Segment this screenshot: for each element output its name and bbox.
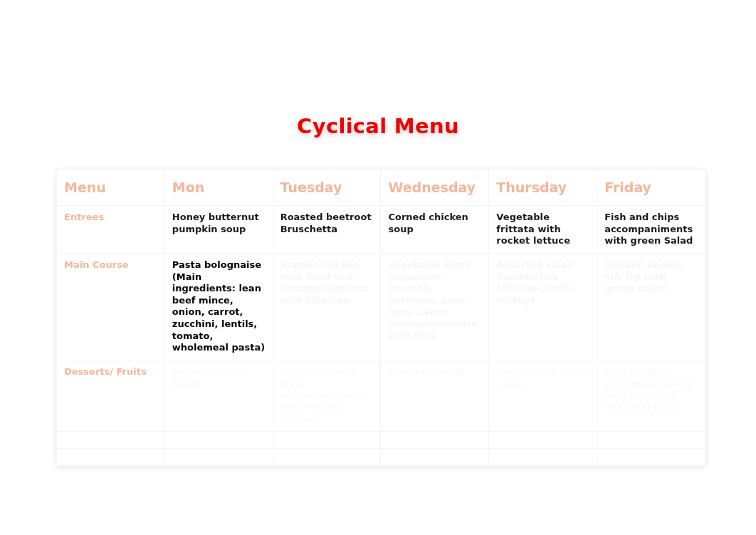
cell-empty [381,449,489,466]
menu-table: Menu Mon Tuesday Wednesday Thursday Frid… [56,169,705,466]
cell-empty [597,432,705,449]
col-menu: Menu [57,170,165,206]
cell-empty [164,449,273,466]
table-header-row: Menu Mon Tuesday Wednesday Thursday Frid… [57,170,705,206]
col-tuesday: Tuesday [273,170,381,206]
cell-empty [273,432,381,449]
cell-empty [597,449,705,466]
cell-empty [164,432,273,449]
table-row [57,432,705,449]
cell-empty [489,432,597,449]
cell-dessert-wed: Apple Crumble [381,360,489,431]
table-row [57,449,705,466]
col-mon: Mon [164,170,273,206]
cell-dessert-tue: Seasonal fresh fruit accompaniments with… [273,360,381,431]
cell-dessert-fri: Rice pudding accompaniments with poached… [597,360,705,431]
row-label-entrees: Entrees [57,206,165,254]
cell-entrees-thu: Vegetable frittata with rocket lettuce [489,206,597,254]
cell-entrees-tue: Roasted beetroot Bruschetta [273,206,381,254]
cell-empty [489,449,597,466]
cell-empty [273,449,381,466]
cell-main-tue: Pepper chicken with fried rice accompani… [273,253,381,360]
cell-main-wed: vegetable curry (capsicum, broccoli, pot… [381,253,489,360]
row-label-desserts: Desserts/ Fruits [57,360,165,431]
table-row: Desserts/ Fruits Seasonal Fruit Salad Se… [57,360,705,431]
cell-main-thu: Assorted salad Sandwiches (chicken, lamb… [489,253,597,360]
menu-table-container: Menu Mon Tuesday Wednesday Thursday Frid… [56,168,706,467]
col-thursday: Thursday [489,170,597,206]
cell-dessert-mon: Seasonal Fruit Salad [164,360,273,431]
row-label-empty-2 [57,449,165,466]
cell-main-fri: chicken noodle stir fry with green salad [597,253,705,360]
cell-entrees-mon: Honey butternut pumpkin soup [164,206,273,254]
table-row: Entrees Honey butternut pumpkin soup Roa… [57,206,705,254]
cell-entrees-fri: Fish and chips accompaniments with green… [597,206,705,254]
col-friday: Friday [597,170,705,206]
cell-entrees-wed: Corned chicken soup [381,206,489,254]
page-title: Cyclical Menu [0,0,756,138]
cell-empty [381,432,489,449]
row-label-empty-1 [57,432,165,449]
row-label-main-course: Main Course [57,253,165,360]
cell-main-mon: Pasta bolognaise (Main ingredients: lean… [164,253,273,360]
cell-dessert-thu: Carrot cake / cup-cakes [489,360,597,431]
table-row: Main Course Pasta bolognaise (Main ingre… [57,253,705,360]
col-wednesday: Wednesday [381,170,489,206]
